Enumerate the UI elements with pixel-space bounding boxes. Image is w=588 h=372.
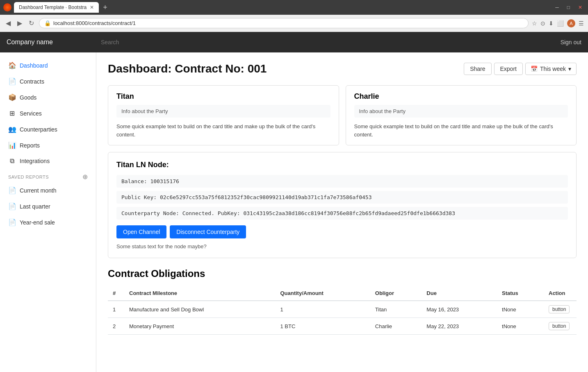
export-button[interactable]: Export: [494, 63, 523, 75]
table-row: 1 Manufacture and Sell Dog Bowl 1 Titan …: [108, 301, 577, 318]
sidebar-item-goods[interactable]: 📦 Goods: [0, 89, 96, 105]
bookmark-icon[interactable]: ☆: [532, 20, 537, 27]
open-channel-button[interactable]: Open Channel: [116, 225, 166, 238]
row2-action[interactable]: button: [544, 318, 577, 335]
sidebar-item-services[interactable]: ⊞ Services: [0, 105, 96, 121]
row2-milestone: Monetary Payment: [124, 318, 275, 335]
node-public-key: Public Key: 02c6e5297cc553a75f6812352f30…: [116, 191, 568, 204]
sidebar-item-counterparties[interactable]: 👥 Counterparties: [0, 121, 96, 137]
services-icon: ⊞: [8, 109, 16, 117]
obligations-section: Contract Obligations # Contract Mileston…: [108, 268, 577, 335]
charlie-card-info: Info about the Party: [354, 105, 568, 118]
charlie-card: Charlie Info about the Party Some quick …: [346, 85, 577, 145]
last-quarter-icon: 📄: [8, 202, 16, 210]
sidebar-item-current-month[interactable]: 📄 Current month: [0, 182, 96, 198]
col-action: Action: [544, 286, 577, 301]
col-quantity: Quantity/Amount: [275, 286, 370, 301]
row2-action-button[interactable]: button: [549, 322, 570, 330]
chevron-down-icon: ▾: [568, 66, 571, 72]
current-month-icon: 📄: [8, 186, 16, 194]
row1-num: 1: [108, 301, 124, 318]
sidebar-item-label: Last quarter: [20, 203, 50, 210]
row2-quantity: 1 BTC: [275, 318, 370, 335]
row1-obligor: Titan: [370, 301, 422, 318]
disconnect-counterparty-button[interactable]: Disconnect Counterparty: [170, 225, 246, 238]
new-tab-button[interactable]: +: [100, 2, 110, 13]
download-icon[interactable]: ⬇: [549, 20, 554, 27]
signout-button[interactable]: Sign out: [561, 39, 581, 45]
share-button[interactable]: Share: [464, 63, 491, 75]
sidebar-item-label: Counterparties: [20, 126, 57, 133]
sidebar-item-label: Integrations: [20, 158, 50, 164]
security-icon: 🔒: [44, 20, 51, 26]
col-due: Due: [422, 286, 497, 301]
row1-milestone: Manufacture and Sell Dog Bowl: [124, 301, 275, 318]
pocket-icon[interactable]: ⊙: [540, 20, 545, 27]
row1-quantity: 1: [275, 301, 370, 318]
tab-close-icon[interactable]: ✕: [90, 5, 94, 10]
add-saved-report-button[interactable]: ⊕: [82, 173, 88, 181]
sidebar-item-reports[interactable]: 📊 Reports: [0, 137, 96, 153]
titan-card-title: Titan: [116, 92, 330, 101]
row1-action[interactable]: button: [544, 301, 577, 318]
counterparties-icon: 👥: [8, 125, 16, 133]
node-title: Titan LN Node:: [116, 161, 568, 169]
node-status-text: Some status text for the node maybe?: [116, 243, 568, 250]
sidebar-item-label: Goods: [20, 94, 36, 101]
sidebar-item-label: Services: [20, 110, 42, 117]
sidebar-item-integrations[interactable]: ⧉ Integrations: [0, 153, 96, 169]
nav-forward-button[interactable]: ▶: [16, 18, 24, 29]
titan-card-body: Some quick example text to build on the …: [116, 122, 330, 138]
sidebar-item-label: Reports: [20, 142, 40, 149]
main-content: Dashboard: Contract No: 001 Share Export…: [96, 52, 588, 372]
sidebar-item-label: Current month: [20, 187, 56, 194]
search-input[interactable]: [101, 39, 561, 45]
maximize-button[interactable]: □: [565, 4, 572, 11]
titan-card-info: Info about the Party: [116, 105, 330, 118]
reports-icon: 📊: [8, 141, 16, 149]
minimize-button[interactable]: ─: [553, 4, 561, 11]
sidebar-item-contracts[interactable]: 📄 Contracts: [0, 73, 96, 89]
node-section: Titan LN Node: Balance: 100315176 Public…: [108, 152, 577, 258]
tab-title: Dashboard Template · Bootstra: [19, 5, 87, 10]
close-button[interactable]: ✕: [576, 4, 585, 11]
row1-status: tNone: [497, 301, 544, 318]
node-counterparty: Counterparty Node: Connected. PubKey: 03…: [116, 207, 568, 220]
saved-reports-label: SAVED REPORTS: [8, 175, 49, 179]
address-bar-input[interactable]: [53, 20, 523, 26]
row2-due: May 22, 2023: [422, 318, 497, 335]
profile-icon[interactable]: A: [567, 19, 575, 27]
goods-icon: 📦: [8, 93, 16, 101]
row1-action-button[interactable]: button: [549, 305, 570, 313]
sidebar-item-last-quarter[interactable]: 📄 Last quarter: [0, 198, 96, 214]
row2-obligor: Charlie: [370, 318, 422, 335]
col-obligor: Obligor: [370, 286, 422, 301]
sidebar-item-dashboard[interactable]: 🏠 Dashboard: [0, 57, 96, 73]
sidebar-item-label: Dashboard: [20, 62, 48, 69]
dashboard-icon: 🏠: [8, 61, 16, 69]
obligations-table: # Contract Milestone Quantity/Amount Obl…: [108, 286, 577, 335]
charlie-card-title: Charlie: [354, 92, 568, 101]
contracts-icon: 📄: [8, 77, 16, 85]
row2-status: tNone: [497, 318, 544, 335]
nav-back-button[interactable]: ◀: [4, 18, 12, 29]
active-tab[interactable]: Dashboard Template · Bootstra ✕: [14, 2, 99, 13]
period-dropdown-button[interactable]: 📅 This week ▾: [525, 63, 577, 75]
nav-refresh-button[interactable]: ↻: [27, 18, 36, 29]
period-label: This week: [540, 66, 566, 72]
firefox-logo: [3, 3, 11, 11]
year-end-sale-icon: 📄: [8, 218, 16, 226]
row1-due: May 16, 2023: [422, 301, 497, 318]
integrations-icon: ⧉: [8, 157, 16, 165]
obligations-title: Contract Obligations: [108, 268, 577, 279]
col-status: Status: [497, 286, 544, 301]
menu-icon[interactable]: ☰: [579, 20, 584, 27]
table-row: 2 Monetary Payment 1 BTC Charlie May 22,…: [108, 318, 577, 335]
sidebar-item-year-end-sale[interactable]: 📄 Year-end sale: [0, 214, 96, 230]
page-title: Dashboard: Contract No: 001: [108, 62, 267, 75]
sidebar: 🏠 Dashboard 📄 Contracts 📦 Goods ⊞ Servic…: [0, 52, 96, 372]
sidebar-item-label: Contracts: [20, 78, 44, 85]
screenshot-icon[interactable]: ⬜: [557, 20, 564, 27]
company-name: Company name: [7, 39, 101, 46]
calendar-icon: 📅: [531, 66, 538, 72]
